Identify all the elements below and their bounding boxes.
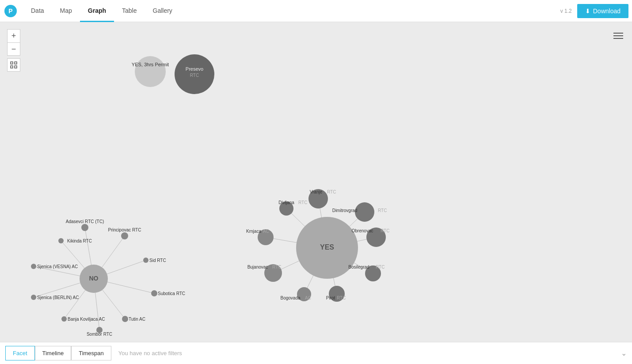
label-pirot: Pirot [326, 296, 335, 300]
label-obrenovac: Obrenovac [352, 228, 373, 233]
header-right: v 1.2 ⬇ Download [560, 4, 632, 18]
tab-map[interactable]: Map [52, 0, 80, 22]
filter-status: You have no active filters [118, 350, 182, 356]
node-yes3hrs[interactable] [135, 56, 166, 87]
label-presevo-rtc: RTC [190, 73, 199, 78]
label-yes3hrs: YES, 3hrs Permit [132, 62, 169, 67]
download-icon: ⬇ [585, 8, 590, 15]
logo-letter: P [8, 8, 12, 15]
label-yes: YES [320, 243, 334, 251]
label-bogovada: Bogovada [280, 296, 300, 300]
node-kikinda[interactable] [58, 238, 64, 243]
chevron-down-icon[interactable]: ⌄ [621, 349, 627, 357]
label-dimitrovgrad-rtc: RTC [378, 208, 387, 213]
node-sjenica-berlin[interactable] [31, 295, 36, 300]
nav-tabs: Data Map Graph Table Gallery [23, 0, 180, 22]
label-sid: Sid RTC [149, 258, 166, 263]
node-adasevci[interactable] [81, 224, 88, 231]
label-vranje-rtc: RTC [327, 190, 336, 194]
label-no: NO [89, 275, 99, 282]
timeline-button[interactable]: Timeline [35, 346, 72, 360]
label-adasevci: Adasevci RTC (TC) [66, 219, 104, 224]
label-banja-koviljaca: Banja Koviljaca AC [68, 317, 105, 322]
label-divljana-rtc: RTC [298, 200, 307, 205]
header: P Data Map Graph Table Gallery v 1.2 ⬇ D… [0, 0, 632, 22]
label-tutin: Tutin AC [129, 317, 145, 322]
download-button[interactable]: ⬇ Download [577, 4, 628, 18]
label-sjenica-berlin: Sjenica (BERLIN) AC [37, 295, 79, 300]
label-bosilegrad: Bosilegrad [348, 265, 369, 269]
facet-button[interactable]: Facet [5, 346, 35, 360]
bottom-bar: Facet Timeline Timespan You have no acti… [0, 342, 632, 364]
label-presevo: Presevo [186, 66, 203, 72]
zoom-in-button[interactable]: + [7, 29, 20, 42]
node-banja-koviljaca[interactable] [61, 316, 67, 322]
label-bosilegrad-rtc: RTC [376, 265, 385, 269]
map-area: + − [0, 22, 632, 342]
label-kikinda: Kikinda RTC [67, 239, 92, 243]
zoom-out-button[interactable]: − [7, 42, 20, 56]
timespan-button[interactable]: Timespan [71, 346, 111, 360]
label-obrenovac-rtc: RTC [381, 228, 389, 233]
hamburger-line-1 [613, 33, 623, 34]
label-principovac: Principovac RTC [108, 228, 141, 232]
node-tutin[interactable] [122, 316, 128, 322]
hamburger-line-2 [613, 35, 623, 36]
tab-data[interactable]: Data [23, 0, 52, 22]
node-sjenica-vesna[interactable] [31, 264, 36, 269]
graph-svg: YES, 3hrs Permit Presevo RTC YES Vranje … [0, 22, 632, 342]
zoom-controls: + − [7, 29, 20, 72]
fit-button[interactable] [7, 58, 20, 72]
node-dimitrovgrad[interactable] [355, 202, 374, 222]
svg-rect-1 [15, 62, 17, 64]
logo: P [2, 0, 19, 22]
label-bogovada-ac: AC [305, 296, 311, 300]
label-divljana: Divljana [278, 200, 294, 205]
svg-rect-2 [11, 66, 13, 68]
hamburger-button[interactable] [612, 29, 625, 42]
download-label: Download [593, 8, 621, 15]
svg-rect-3 [15, 66, 17, 68]
label-pirot-rtc: RTC [337, 296, 346, 300]
fit-icon [10, 61, 17, 68]
label-subotica: Subotica RTC [158, 291, 185, 296]
svg-rect-0 [11, 62, 13, 64]
label-bujanovac: Bujanovac [247, 265, 268, 269]
label-krnjaca-ac: AC [263, 229, 269, 234]
logo-circle: P [4, 5, 17, 17]
tab-table[interactable]: Table [114, 0, 145, 22]
label-krnjaca: Krnjaca [246, 229, 261, 234]
version-label: v 1.2 [560, 8, 572, 14]
label-sombor: Sombor RTC [87, 332, 112, 337]
label-vranje: Vranje [310, 190, 323, 194]
tab-graph[interactable]: Graph [80, 0, 114, 22]
label-bujanovac-rtc: RTC [272, 265, 281, 269]
hamburger-line-3 [613, 38, 623, 39]
node-subotica[interactable] [151, 290, 157, 296]
tab-gallery[interactable]: Gallery [145, 0, 180, 22]
node-principovac[interactable] [121, 232, 128, 239]
node-sid[interactable] [143, 258, 148, 263]
label-dimitrovgrad: Dimitrovgrad [332, 208, 358, 213]
label-sjenica-vesna: Sjenica (VESNA) AC [37, 264, 78, 269]
